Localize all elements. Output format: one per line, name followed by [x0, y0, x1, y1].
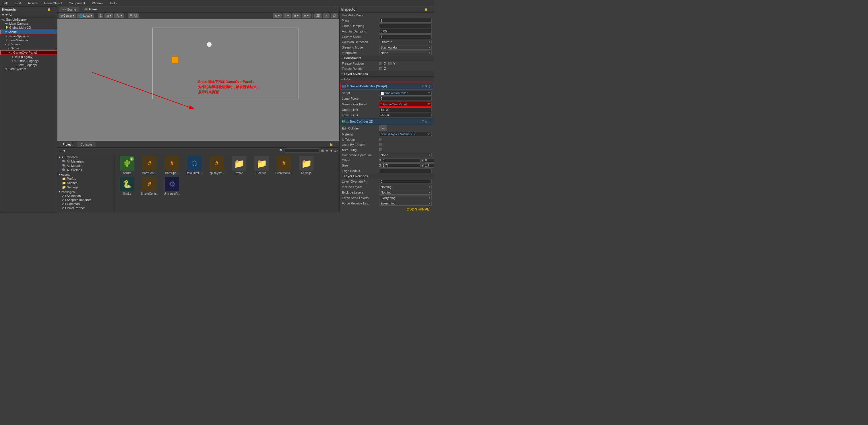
- tab-game[interactable]: 🎮 Game: [81, 7, 101, 12]
- sidebar-all-models[interactable]: 🔍 All Models: [59, 164, 113, 168]
- hierarchy-item-canvas[interactable]: ▾ □ Canvas: [0, 42, 57, 46]
- settings-icon[interactable]: ⚙: [425, 85, 427, 88]
- box-collider-component[interactable]: ✓ □ Box Collider 2D ? ⚙ ⋮: [340, 118, 433, 125]
- fx-button[interactable]: ★ ▾: [302, 13, 311, 18]
- force-send-layers-dropdown[interactable]: Everything ▾: [379, 195, 432, 200]
- maximize-button[interactable]: ⤢: [323, 13, 330, 18]
- sidebar-2d-animation[interactable]: 2D Animation: [59, 194, 113, 198]
- more-icon-component-2[interactable]: ⋮: [429, 120, 431, 123]
- asset-universalr[interactable]: ⚙ UniversalR...: [162, 177, 182, 195]
- include-layers-dropdown[interactable]: Nothing ▾: [379, 185, 432, 189]
- snake-controller-component[interactable]: # Snake Controller (Script) ? ⚙ ⋮: [340, 83, 433, 90]
- view-button[interactable]: ○ ▾: [283, 13, 291, 18]
- script-field[interactable]: 📄 SnakeController ⊙: [379, 91, 432, 96]
- menu-component[interactable]: Component: [67, 1, 86, 5]
- size-x-field[interactable]: [382, 163, 421, 168]
- star-filter[interactable]: ★: [326, 149, 329, 152]
- asset-snakecontr[interactable]: # SnakeContr...: [140, 177, 160, 195]
- inspector-lock-icon[interactable]: 🔒: [424, 7, 428, 11]
- toggle-view[interactable]: ◉ ▾: [292, 13, 301, 18]
- menu-gameobject[interactable]: GameObject: [43, 1, 63, 5]
- upper-limit-field[interactable]: [379, 108, 432, 112]
- hierarchy-item-text-legacy-2[interactable]: T Text (Legacy): [0, 63, 57, 67]
- edit-collider-button[interactable]: ✏: [379, 125, 387, 131]
- sidebar-packages[interactable]: ▾ Packages: [59, 189, 113, 194]
- hierarchy-item-snake[interactable]: □ Snake: [0, 30, 57, 34]
- hierarchy-item-score[interactable]: □ Score: [0, 46, 57, 50]
- hierarchy-item-eventsystem[interactable]: □ EventSystem: [0, 67, 57, 71]
- sidebar-all-prefabs[interactable]: 🔍 All Prefabs: [59, 168, 113, 172]
- asset-prefab-folder[interactable]: 📁 Prefab: [229, 156, 249, 175]
- hierarchy-item-scoremanager[interactable]: □ ScoreManager: [0, 38, 57, 42]
- hierarchy-item-button-legacy[interactable]: ▾ □ Button (Legacy): [0, 59, 57, 63]
- freeze-rot-z-checkbox[interactable]: [379, 67, 382, 70]
- aspect-button[interactable]: ⊕ ▾: [273, 13, 282, 18]
- collision-detection-dropdown[interactable]: Discrete ▾: [379, 40, 432, 44]
- layer-overrides-section[interactable]: ▾ Layer Overrides: [340, 71, 434, 77]
- asset-defaultvolu[interactable]: ⬡ DefaultVolu...: [184, 156, 205, 175]
- menu-edit[interactable]: Edit: [14, 1, 22, 5]
- asset-settings-folder[interactable]: 📁 Settings: [296, 156, 316, 175]
- exclude-layers-dropdown[interactable]: Nothing ▾: [379, 190, 432, 195]
- composite-operation-dropdown[interactable]: None ▾: [379, 153, 432, 157]
- sidebar-2d-common[interactable]: 2D Common: [59, 202, 113, 206]
- angular-damping-field[interactable]: [379, 29, 432, 34]
- 2d-button[interactable]: 2D: [314, 13, 322, 18]
- linear-damping-field[interactable]: [379, 24, 432, 28]
- filter-button[interactable]: ⊞: [321, 149, 324, 152]
- more-icon[interactable]: ⋮: [52, 7, 55, 11]
- add-asset-arrow[interactable]: ▼: [63, 149, 66, 152]
- hierarchy-item-samplescene[interactable]: ▾ □ SampleScene*: [0, 18, 57, 22]
- inspector-more-icon[interactable]: ⋮: [429, 7, 432, 11]
- more-icon-component[interactable]: ⋮: [428, 85, 431, 88]
- collider-enabled-checkbox[interactable]: ✓: [342, 120, 345, 123]
- is-trigger-checkbox[interactable]: [379, 138, 382, 141]
- constraints-section[interactable]: ▾ Constraints: [340, 55, 434, 61]
- sidebar-settings[interactable]: 📁 Settings: [59, 185, 113, 189]
- lock-icon[interactable]: 🔒: [47, 7, 51, 11]
- mute-button[interactable]: 🔊: [331, 13, 338, 18]
- sidebar-assets[interactable]: ▾ Assets: [59, 172, 113, 177]
- freeze-pos-y-checkbox[interactable]: [389, 62, 392, 65]
- script-enabled-checkbox[interactable]: [342, 85, 346, 88]
- settings-icon-2[interactable]: ⚙: [425, 120, 427, 123]
- script-circle-icon[interactable]: ⊙: [428, 91, 430, 95]
- layer-overrides2-section[interactable]: ▾ Layer Overrides: [340, 174, 434, 179]
- asset-search-input[interactable]: [285, 148, 319, 153]
- interpolate-dropdown[interactable]: None ▾: [379, 51, 432, 55]
- hierarchy-item-main-camera[interactable]: 📷 Main Camera: [0, 22, 57, 26]
- sidebar-all-materials[interactable]: 🔍 All Materials: [59, 159, 113, 164]
- question-icon[interactable]: ?: [422, 85, 423, 88]
- scene-more-icon[interactable]: ⋮: [334, 7, 338, 11]
- lower-limit-field[interactable]: [379, 113, 432, 117]
- hierarchy-item-barrierspawner[interactable]: □ BarrierSpawner: [0, 34, 57, 38]
- material-field[interactable]: None (Physics Material 2D) ⊙: [379, 132, 432, 136]
- hierarchy-item-text-legacy-1[interactable]: T Text (Legacy): [0, 55, 57, 59]
- freeze-pos-x-checkbox[interactable]: [379, 62, 382, 65]
- menu-file[interactable]: File: [2, 1, 10, 5]
- hierarchy-item-gameoverpanel[interactable]: ▾ □ GameOverPanel: [0, 50, 57, 55]
- tab-project[interactable]: Project: [59, 142, 76, 147]
- menu-assets[interactable]: Assets: [27, 1, 38, 5]
- gravity-scale-field[interactable]: [379, 34, 432, 39]
- asset-inputsyste[interactable]: # InputSyste...: [207, 156, 227, 175]
- question-icon-2[interactable]: ?: [422, 120, 424, 123]
- force-receive-layers-dropdown[interactable]: Everything ▾: [379, 201, 432, 206]
- asset-scenes-folder[interactable]: 📁 Scenes: [251, 156, 272, 175]
- sidebar-prefab[interactable]: 📁 Prefab: [59, 177, 113, 181]
- hierarchy-item-global-light[interactable]: 💡 Global Light 2D: [0, 26, 57, 30]
- lock-icon-bottom[interactable]: 🔒: [329, 143, 333, 146]
- mass-field[interactable]: [379, 18, 432, 23]
- edge-radius-field[interactable]: [379, 169, 432, 173]
- asset-barrispa[interactable]: # BarriSpa...: [162, 156, 182, 175]
- menu-window[interactable]: Window: [91, 1, 104, 5]
- sidebar-scenes[interactable]: 📁 Scenes: [59, 181, 113, 185]
- tab-console[interactable]: Console: [77, 142, 95, 147]
- used-by-effector-checkbox[interactable]: [379, 143, 382, 146]
- asset-barrier[interactable]: 🌵 ▶ barrier: [117, 156, 137, 175]
- more-icon-bottom[interactable]: ⋮: [334, 143, 338, 146]
- search-assets-button[interactable]: 🔍: [279, 149, 283, 152]
- jump-force-field[interactable]: [379, 96, 432, 101]
- sidebar-2d-aseprite[interactable]: 2D Aseprite Importer: [59, 198, 113, 202]
- pivot-button[interactable]: ⊕ Center ▾: [59, 13, 76, 18]
